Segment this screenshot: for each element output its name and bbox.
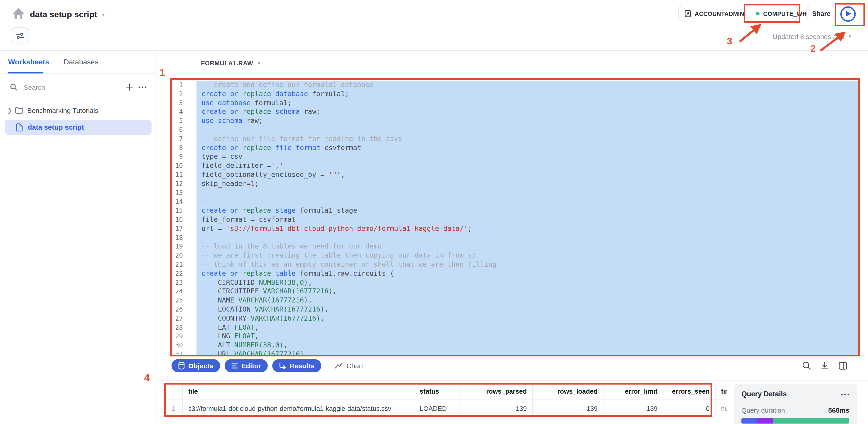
- code-line[interactable]: 17url = 's3://formula1-dbt-cloud-python-…: [172, 225, 858, 233]
- code-line[interactable]: 30 ALT NUMBER(38,0),: [172, 341, 858, 350]
- code-line[interactable]: 20-- we are first creating the table the…: [172, 251, 858, 260]
- code-text: [196, 188, 858, 197]
- role-selector[interactable]: ACCOUNTADMIN: [679, 6, 750, 21]
- tree-item-worksheet-selected[interactable]: data setup script: [5, 120, 152, 135]
- search-results-button[interactable]: [802, 361, 811, 370]
- column-header-rows_parsed[interactable]: rows_parsed: [461, 383, 533, 399]
- tree-item-folder[interactable]: ❯ Benchmarking Tutorials: [0, 104, 157, 117]
- split-view-icon[interactable]: [838, 361, 847, 370]
- download-icon[interactable]: [820, 361, 829, 370]
- run-button[interactable]: [839, 6, 857, 22]
- code-text: skip_header=1;: [196, 180, 858, 189]
- share-button[interactable]: Share: [806, 6, 836, 21]
- sql-editor[interactable]: 1-- create and define our formula1 datab…: [170, 78, 860, 356]
- worksheet-tree: ❯ Benchmarking Tutorials data setup scri…: [0, 104, 157, 135]
- code-line[interactable]: 27 COUNTRY VARCHAR(16777216),: [172, 314, 858, 323]
- line-number: 24: [172, 287, 196, 296]
- code-line[interactable]: 19-- load in the 8 tables we need for ou…: [172, 242, 858, 252]
- code-line[interactable]: 25 NAME VARCHAR(16777216),: [172, 296, 858, 305]
- code-line[interactable]: 23 CIRCUITID NUMBER(38,0),: [172, 278, 858, 287]
- caret-down-icon: ▼: [847, 34, 852, 39]
- code-line[interactable]: 26 LOCATION VARCHAR(16777216),: [172, 305, 858, 314]
- worksheet-title-menu[interactable]: data setup script ▼: [30, 9, 106, 21]
- code-text: type = csv: [196, 153, 858, 162]
- code-text: LOCATION VARCHAR(16777216),: [196, 305, 858, 314]
- tree-item-label: Benchmarking Tutorials: [27, 106, 98, 114]
- editor-toggle-button[interactable]: Editor: [225, 359, 268, 372]
- line-number: 28: [172, 323, 196, 332]
- code-line[interactable]: 12skip_header=1;: [172, 180, 858, 189]
- column-header-status[interactable]: status: [414, 383, 461, 399]
- line-number: 17: [172, 225, 196, 233]
- results-table: filestatusrows_parsedrows_loadederror_li…: [164, 383, 727, 417]
- code-line[interactable]: 4create or replace schema raw;: [172, 108, 858, 117]
- column-header-file[interactable]: file: [183, 383, 414, 399]
- updated-status-menu[interactable]: Updated 8 seconds ago ▼: [773, 33, 852, 40]
- duration-bar-segment: [757, 418, 773, 424]
- code-line[interactable]: 28 LAT FLOAT,: [172, 323, 858, 332]
- updated-text: Updated 8 seconds ago: [773, 33, 844, 40]
- code-line[interactable]: 8create or replace file format csvformat: [172, 143, 858, 153]
- pane-toggle-toolbar: Objects Editor Results Chart: [172, 359, 363, 372]
- home-icon: [12, 7, 24, 19]
- code-line[interactable]: 11field_optionally_enclosed_by = '"',: [172, 170, 858, 180]
- code-line[interactable]: 22create or replace table formula1.raw.c…: [172, 269, 858, 278]
- folder-icon: [15, 107, 23, 113]
- row-number: 1: [164, 400, 183, 417]
- chart-label: Chart: [346, 362, 363, 369]
- line-number: 25: [172, 296, 196, 305]
- code-line[interactable]: 15create or replace stage formula1_stage: [172, 206, 858, 216]
- code-line[interactable]: 1-- create and define our formula1 datab…: [172, 81, 858, 90]
- line-number: 11: [172, 170, 196, 180]
- cell-status: LOADED: [414, 400, 461, 417]
- page-title: data setup script: [30, 9, 97, 20]
- code-line[interactable]: 3use database formula1;: [172, 99, 858, 108]
- code-line[interactable]: 10field_delimiter =',': [172, 161, 858, 170]
- tab-worksheets[interactable]: Worksheets: [8, 58, 49, 66]
- results-actions: [802, 361, 847, 370]
- search-input[interactable]: [23, 83, 120, 91]
- cell-rows_parsed: 139: [461, 400, 533, 417]
- line-number: 12: [172, 180, 196, 189]
- database-schema-selector[interactable]: FORMULA1.RAW ▼: [201, 60, 261, 67]
- worksheet-settings-button[interactable]: [11, 27, 29, 44]
- code-line[interactable]: 9type = csv: [172, 153, 858, 162]
- tab-databases[interactable]: Databases: [64, 58, 98, 66]
- objects-toggle-button[interactable]: Objects: [172, 359, 220, 372]
- column-header-errors_seen[interactable]: errors_seen: [663, 383, 716, 399]
- code-text: [196, 233, 858, 242]
- code-line[interactable]: 31 URL VARCHAR(16777216),: [172, 350, 858, 356]
- line-number: 15: [172, 206, 196, 216]
- query-panel-divider[interactable]: [727, 381, 727, 424]
- code-line[interactable]: 7-- define our file format for reading i…: [172, 135, 858, 144]
- code-line[interactable]: 18: [172, 233, 858, 242]
- line-number: 30: [172, 341, 196, 350]
- line-number: 22: [172, 269, 196, 278]
- code-line[interactable]: 24 CIRCUITREF VARCHAR(16777216),: [172, 287, 858, 296]
- code-text: -- think of this as an empty container o…: [196, 260, 858, 269]
- home-button[interactable]: [11, 6, 25, 21]
- code-text: LAT FLOAT,: [196, 323, 858, 332]
- code-line[interactable]: 14--: [172, 197, 858, 206]
- code-line[interactable]: 2create or replace database formula1;: [172, 90, 858, 99]
- code-line[interactable]: 13: [172, 188, 858, 197]
- chevron-right-icon: ❯: [7, 107, 11, 113]
- code-line[interactable]: 6: [172, 126, 858, 135]
- column-header-rows_loaded[interactable]: rows_loaded: [533, 383, 603, 399]
- column-header-error_limit[interactable]: error_limit: [603, 383, 663, 399]
- code-line[interactable]: 29 LNG FLOAT,: [172, 332, 858, 341]
- warehouse-selector[interactable]: COMPUTE_WH: [750, 6, 813, 21]
- column-header-first_error[interactable]: first_error: [716, 383, 727, 399]
- line-number: 5: [172, 117, 196, 126]
- more-options-button[interactable]: [138, 86, 147, 88]
- new-worksheet-button[interactable]: [126, 84, 133, 91]
- line-number: 14: [172, 197, 196, 206]
- chart-toggle-button[interactable]: Chart: [335, 362, 363, 369]
- code-line[interactable]: 21-- think of this as an empty container…: [172, 260, 858, 269]
- code-text: create or replace table formula1.raw.cir…: [196, 269, 858, 278]
- code-text: LNG FLOAT,: [196, 332, 858, 341]
- code-line[interactable]: 16file_format = csvformat: [172, 216, 858, 225]
- results-toggle-button[interactable]: Results: [273, 359, 321, 372]
- code-line[interactable]: 5use schema raw;: [172, 117, 858, 126]
- ellipsis-icon[interactable]: [841, 393, 849, 395]
